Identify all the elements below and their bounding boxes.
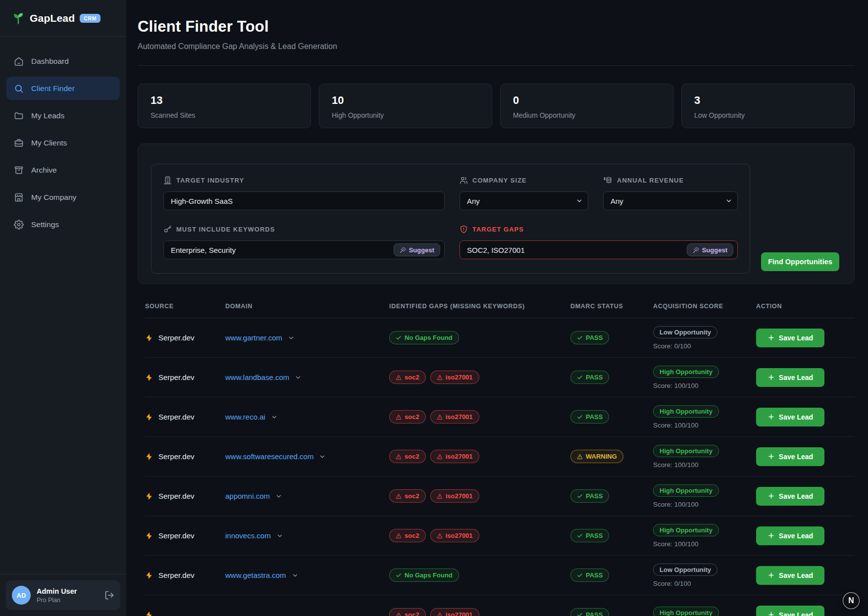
chevron-down-icon[interactable] (288, 334, 295, 341)
gaps-cell: soc2iso27001 (389, 410, 570, 424)
gap-badge: soc2 (389, 489, 426, 503)
warning-icon (577, 454, 583, 460)
warning-icon (437, 612, 443, 616)
warning-icon (437, 454, 443, 460)
save-lead-button[interactable]: Save Lead (756, 606, 824, 616)
search-icon (14, 84, 24, 94)
plus-icon (767, 532, 775, 539)
stat-value: 13 (151, 94, 298, 107)
source-cell: Serper.dev (145, 333, 225, 342)
save-lead-button[interactable]: Save Lead (756, 368, 824, 387)
acquisition-cell: Low OpportunityScore: 0/100 (653, 564, 756, 587)
floating-n-badge[interactable]: N (843, 592, 860, 609)
table-row: soc2iso27001PASSHigh OpportunitySave Lea… (145, 595, 855, 616)
target-gaps-suggest-button[interactable]: Suggest (687, 243, 733, 256)
save-lead-button[interactable]: Save Lead (756, 408, 824, 426)
no-gaps-badge: No Gaps Found (389, 569, 459, 582)
score-text: Score: 100/100 (653, 422, 756, 429)
sidebar-item-my-leads[interactable]: My Leads (6, 104, 120, 127)
domain-link[interactable]: appomni.com (225, 492, 270, 500)
domain-link[interactable]: www.landbase.com (225, 373, 289, 381)
score-text: Score: 100/100 (653, 501, 756, 508)
lightning-icon (145, 492, 153, 501)
opportunity-badge: High Opportunity (653, 524, 719, 536)
table-header: SOURCE DOMAIN IDENTIFIED GAPS (MISSING K… (145, 298, 855, 318)
action-cell: Save Lead (756, 606, 855, 616)
col-gaps: IDENTIFIED GAPS (MISSING KEYWORDS) (389, 303, 570, 310)
warning-icon (396, 493, 402, 499)
target-industry-input[interactable] (163, 191, 445, 210)
source-label: Serper.dev (158, 452, 195, 461)
source-label: Serper.dev (158, 373, 195, 381)
source-label: Serper.dev (158, 333, 195, 342)
field-keywords: MUST INCLUDE KEYWORDS Suggest (163, 225, 445, 259)
domain-link[interactable]: innovecs.com (225, 531, 271, 540)
annual-revenue-select[interactable]: Any (603, 191, 738, 210)
dmarc-cell: PASS (570, 569, 653, 582)
lightning-icon (145, 333, 153, 342)
check-icon (396, 572, 402, 578)
user-card[interactable]: AD Admin User Pro Plan (6, 580, 120, 610)
table-row: Serper.devinnovecs.comsoc2iso27001PASSHi… (145, 516, 855, 556)
save-lead-button[interactable]: Save Lead (756, 447, 824, 466)
chevron-down-icon[interactable] (276, 532, 283, 539)
home-icon (14, 56, 24, 66)
sidebar-item-archive[interactable]: Archive (6, 158, 120, 182)
save-lead-button[interactable]: Save Lead (756, 526, 824, 545)
results-table: SOURCE DOMAIN IDENTIFIED GAPS (MISSING K… (138, 298, 855, 616)
gaps-cell: soc2iso27001 (389, 529, 570, 542)
chevron-down-icon[interactable] (292, 572, 299, 579)
dmarc-cell: WARNING (570, 450, 653, 463)
sidebar-item-my-clients[interactable]: My Clients (6, 131, 120, 154)
action-cell: Save Lead (756, 487, 855, 506)
keywords-suggest-button[interactable]: Suggest (394, 243, 440, 256)
check-icon (577, 572, 583, 578)
save-lead-button[interactable]: Save Lead (756, 487, 824, 506)
source-cell: Serper.dev (145, 492, 225, 501)
action-cell: Save Lead (756, 566, 855, 585)
sidebar-item-settings[interactable]: Settings (6, 213, 120, 236)
warning-icon (396, 533, 402, 539)
building-icon (163, 176, 172, 185)
dmarc-cell: PASS (570, 489, 653, 503)
action-cell: Save Lead (756, 408, 855, 426)
stat-label: High Opportunity (332, 111, 479, 119)
sidebar-item-my-company[interactable]: My Company (6, 186, 120, 209)
plus-icon (767, 453, 775, 460)
stat-value: 0 (513, 94, 661, 107)
domain-cell: www.landbase.com (225, 373, 389, 381)
domain-link[interactable]: www.getastra.com (225, 571, 286, 579)
domain-link[interactable]: www.softwaresecured.com (225, 452, 313, 461)
chevron-down-icon[interactable] (319, 453, 326, 460)
check-icon (577, 533, 583, 539)
chevron-down-icon[interactable] (275, 493, 282, 500)
user-section: AD Admin User Pro Plan (0, 574, 126, 616)
chevron-down-icon[interactable] (271, 414, 278, 421)
domain-link[interactable]: www.reco.ai (225, 413, 265, 421)
col-source: SOURCE (145, 303, 225, 310)
archive-icon (14, 165, 24, 175)
save-lead-button[interactable]: Save Lead (756, 566, 824, 585)
sidebar-item-client-finder[interactable]: Client Finder (6, 77, 120, 100)
domain-cell: www.reco.ai (225, 413, 389, 421)
header-divider (138, 65, 855, 66)
company-size-select[interactable]: Any (460, 191, 588, 210)
save-lead-button[interactable]: Save Lead (756, 329, 824, 347)
score-text: Score: 100/100 (653, 382, 756, 389)
field-annual-revenue: ANNUAL REVENUE Any (603, 176, 738, 210)
key-icon (163, 225, 172, 234)
domain-link[interactable]: www.gartner.com (225, 333, 282, 342)
stat-value: 10 (332, 94, 479, 107)
chevron-down-icon[interactable] (295, 374, 302, 381)
warning-icon (396, 454, 402, 460)
opportunity-badge: Low Opportunity (653, 564, 717, 576)
dmarc-cell: PASS (570, 529, 653, 542)
users-icon (460, 176, 468, 185)
sidebar-item-label: Dashboard (31, 57, 69, 66)
logout-icon[interactable] (104, 590, 114, 600)
gaps-cell: soc2iso27001 (389, 489, 570, 503)
sidebar-item-dashboard[interactable]: Dashboard (6, 49, 120, 73)
source-label: Serper.dev (158, 531, 195, 540)
table-row: Serper.devwww.landbase.comsoc2iso27001PA… (145, 358, 855, 397)
find-opportunities-button[interactable]: Find Opportunities (761, 252, 839, 271)
